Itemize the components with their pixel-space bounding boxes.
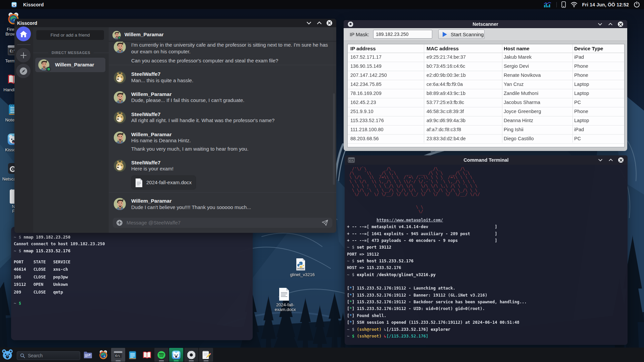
avatar (114, 160, 126, 172)
terminal-line: [*] 115.233.52.176:19112 - Launching att… (347, 285, 527, 292)
taskbar-app-kisscord[interactable] (169, 348, 183, 362)
table-cell: Zandile Muthoni (504, 91, 538, 96)
chat-user-name: Willem_Paramar (125, 32, 164, 37)
terminal-line: PORT STATE SERVICE (14, 258, 105, 266)
table-row[interactable]: 78.16.169.209b8:89:a9:43:9c:1bZandile Mu… (348, 89, 624, 98)
dm-conversation-item[interactable]: Willem_Paramar (35, 58, 105, 72)
maximize-button[interactable] (316, 20, 322, 26)
running-indicator (204, 360, 209, 361)
terminal-line: + -- --=[ metasploit v4.14.14-dev ] (347, 223, 527, 230)
table-cell: Phone (574, 109, 588, 114)
table-cell: PC (574, 100, 581, 105)
table-cell: PC (574, 136, 581, 141)
table-row[interactable]: 115.233.52.176a9:9c:d6:99:4a:3bDeanna Hi… (348, 116, 624, 125)
power-icon[interactable] (634, 1, 640, 8)
table-cell: Joyce Greenberg (504, 109, 541, 114)
table-row[interactable]: 136.90.15.149b0:73:45:16:c4:6cSergio Dev… (348, 62, 624, 71)
svg-text:C:\: C:\ (115, 354, 120, 357)
kisscord-icon (171, 350, 181, 360)
table-cell: Yan Cruz (504, 82, 524, 87)
kisscord-titlebar[interactable]: Kisscord (14, 19, 336, 27)
clock[interactable]: Fri 14 Jun, ÖÖ 12:52 (582, 2, 629, 7)
taskbar: Search C:\ (0, 348, 644, 362)
divider-line (94, 53, 109, 53)
minimize-button[interactable] (306, 20, 312, 26)
taskbar-app-browser[interactable] (96, 348, 110, 362)
table-row[interactable]: 111.218.100.80af:a7:dc:f8:c3:f8Ping Ishi… (348, 125, 624, 135)
taskbar-app-notes[interactable] (126, 348, 140, 362)
message-text: Can you access the professor's computer … (131, 58, 278, 63)
firefox-icon (98, 350, 108, 360)
column-header[interactable]: IP address (350, 46, 376, 51)
taskbar-app-editor[interactable] (199, 348, 213, 362)
terminal-titlebar[interactable]: C:\ Command Terminal (345, 155, 628, 165)
terminal-line: 209 CLOSE qmtp (14, 289, 105, 296)
table-row[interactable]: 162.45.2.2353:77:25:e3:fb:8cJacobus Shar… (348, 98, 624, 107)
table-row[interactable]: 142.234.75.85ce:6a:44:fb:f9:0aYan CruzLa… (348, 80, 624, 89)
friend-search-button[interactable]: Find or add a friend (36, 30, 104, 40)
start-button[interactable] (1, 349, 13, 361)
close-button[interactable] (327, 20, 332, 26)
attach-plus-icon[interactable] (116, 219, 123, 226)
folder-icon (83, 350, 93, 360)
search-placeholder: Search (28, 353, 43, 358)
table-cell: af:a7:dc:f8:c3:f8 (427, 127, 461, 132)
netscanner-window-title: Netscanner (344, 21, 627, 27)
table-row[interactable]: 167.52.171.17e9:25:21:74:be:37Jakub Mare… (348, 53, 624, 62)
smartphone-icon[interactable] (561, 1, 566, 8)
column-header[interactable]: MAC address (427, 46, 459, 51)
terminal-line (14, 296, 105, 300)
terminal-line: ~ $ set port 19112 (347, 244, 527, 251)
message-text: our exam on his computer. (131, 49, 191, 54)
taskbar-app-settings[interactable] (184, 348, 198, 362)
column-header[interactable]: Host name (504, 46, 530, 51)
maximize-button[interactable] (607, 21, 613, 27)
table-cell: 162.45.2.23 (350, 100, 376, 105)
taskbar-app-files[interactable] (81, 348, 95, 362)
table-cell: 115.233.52.176 (350, 118, 384, 123)
wifi-icon[interactable] (571, 2, 578, 7)
taskbar-search[interactable]: Search (17, 351, 80, 360)
send-icon[interactable] (322, 220, 328, 226)
netscanner-titlebar[interactable]: Netscanner (344, 20, 627, 28)
desktop-icon-glinet-py[interactable]: PYTHON glinet_v3216 (288, 258, 317, 277)
network-activity-icon[interactable] (544, 2, 552, 8)
home-button[interactable] (16, 27, 31, 41)
taskbar-app-spotify[interactable] (154, 348, 168, 362)
message-author: Willem_Paramar (131, 132, 171, 138)
table-row[interactable]: 207.147.142.250e2:d0:9b:00:3e:1bRenate N… (348, 71, 624, 80)
minimize-button[interactable] (597, 157, 603, 163)
terminal-icon: C:\ (113, 350, 123, 360)
close-button[interactable] (618, 157, 624, 163)
chat-scrollbar[interactable] (333, 93, 335, 185)
terminal-line: ~ $ nmap 115.233.52.176 (14, 248, 105, 254)
desktop-icon-exam-docx[interactable]: 2024-fall-exam.docx (271, 288, 300, 312)
explore-button[interactable] (16, 64, 31, 78)
column-header[interactable]: Device Type (574, 46, 603, 51)
table-row[interactable]: 251.9.9.1046:58:3c:c8:39:3fJoyce Greenbe… (348, 107, 624, 116)
terminal-line (347, 278, 527, 285)
message-divider (109, 65, 336, 65)
column-divider (502, 44, 502, 143)
close-button[interactable] (618, 21, 623, 27)
terminal-line: ~ $ (ssh@root) ↳[/115.233.52.176] (347, 333, 527, 340)
terminal-line: + -- --=[ 473 payloads - 40 encoders - 9… (347, 237, 527, 244)
taskbar-app-handbook[interactable] (140, 348, 154, 362)
message-input[interactable]: Message @SteelWaffe7 (113, 218, 332, 228)
book-icon (142, 350, 152, 360)
maximize-button[interactable] (608, 157, 614, 163)
terminal-line: ~ $ (ssh@root) ↳[/115.233.52.176] explor… (347, 326, 527, 333)
terminal-line: ~ $ exploit /desktop/glinet_v3216.py (347, 271, 527, 278)
add-server-button[interactable] (16, 48, 31, 62)
table-row[interactable]: 88.203.68.5623:83:3d:d2:b4:deDiego Casti… (348, 135, 624, 144)
table-cell: e9:25:21:74:be:37 (427, 54, 466, 60)
netscanner-window: Netscanner IP Mask: Start Scanning IP ad… (344, 20, 627, 151)
file-attachment[interactable]: 2024-fall-exam.docx (131, 175, 196, 190)
ip-mask-input[interactable] (373, 30, 432, 39)
taskbar-app-terminal[interactable]: C:\ (111, 348, 125, 362)
minimize-button[interactable] (597, 21, 603, 27)
start-scanning-button[interactable]: Start Scanning (438, 30, 485, 39)
table-cell: 167.52.171.17 (350, 54, 382, 60)
document-icon (135, 178, 143, 188)
message-author: Willem_Paramar (131, 91, 171, 97)
